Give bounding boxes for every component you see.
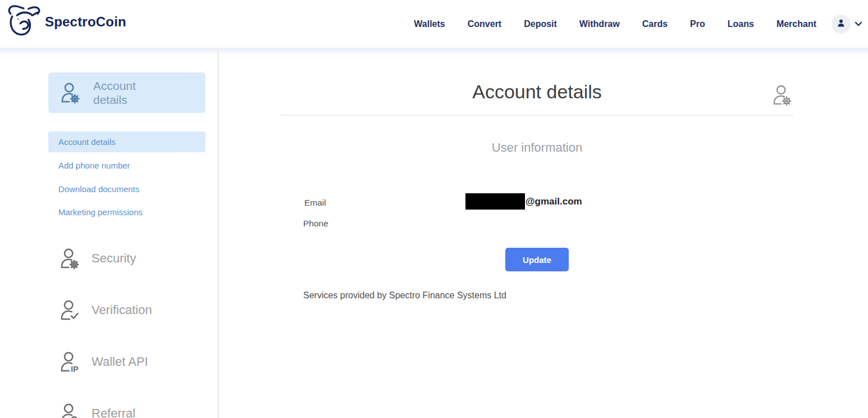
- user-avatar-icon: [836, 18, 846, 30]
- chevron-down-icon[interactable]: [855, 21, 862, 26]
- sidebar-link-label: Add phone number: [58, 161, 130, 170]
- user-gear-icon: [58, 247, 80, 270]
- sidebar-link-label: Account details: [58, 137, 116, 147]
- sidebar-section-referral[interactable]: Referral: [58, 401, 135, 418]
- sidebar-section-verification[interactable]: Verification: [58, 297, 152, 323]
- sidebar-link-add-phone-number[interactable]: Add phone number: [48, 155, 205, 176]
- email-value: @gmail.com: [465, 193, 582, 210]
- update-button[interactable]: Update: [505, 248, 569, 271]
- nav-item-loans[interactable]: Loans: [728, 19, 754, 29]
- section-heading: User information: [281, 140, 793, 155]
- sidebar-section-label: Wallet API: [92, 355, 148, 369]
- brand-logo[interactable]: SpectroCoin: [7, 4, 126, 39]
- title-divider: [281, 114, 793, 116]
- user-gear-icon: [58, 402, 80, 418]
- sidebar-divider: [217, 48, 219, 418]
- sidebar-link-label: Marketing permissions: [58, 207, 143, 217]
- sidebar-section-security[interactable]: Security: [58, 246, 136, 271]
- phone-label: Phone: [303, 219, 328, 229]
- bull-logo-icon: [7, 4, 42, 39]
- email-label: Email: [304, 198, 326, 208]
- email-domain-text: @gmail.com: [526, 196, 582, 207]
- nav-item-pro[interactable]: Pro: [690, 19, 705, 29]
- sidebar-link-account-details[interactable]: Account details: [48, 131, 205, 152]
- email-redacted-box: [465, 193, 525, 210]
- sidebar-link-marketing-permissions[interactable]: Marketing permissions: [48, 202, 205, 222]
- services-footer-note: Services provided by Spectro Finance Sys…: [303, 290, 506, 301]
- user-gear-icon: [770, 82, 793, 110]
- user-check-icon: [58, 299, 80, 321]
- user-gear-icon: [58, 81, 81, 104]
- brand-name: SpectroCoin: [45, 14, 126, 30]
- nav-item-cards[interactable]: Cards: [642, 19, 668, 29]
- header-shadow: [0, 48, 868, 56]
- sidebar-section-label: Account details: [93, 79, 166, 107]
- sidebar-section-label: Security: [92, 251, 136, 266]
- sidebar-section-wallet-api[interactable]: IP Wallet API: [58, 349, 148, 375]
- nav-item-wallets[interactable]: Wallets: [414, 19, 445, 29]
- nav-item-convert[interactable]: Convert: [468, 19, 501, 29]
- nav-item-withdraw[interactable]: Withdraw: [579, 19, 620, 29]
- top-header: SpectroCoin Wallets Convert Deposit With…: [0, 0, 868, 48]
- sidebar-link-label: Download documents: [58, 184, 139, 194]
- main-nav: Wallets Convert Deposit Withdraw Cards P…: [391, 0, 862, 48]
- account-menu-button[interactable]: [832, 15, 851, 34]
- nav-item-merchant[interactable]: Merchant: [776, 19, 816, 29]
- sidebar-link-download-documents[interactable]: Download documents: [48, 179, 205, 199]
- nav-item-deposit[interactable]: Deposit: [524, 19, 557, 29]
- svg-text:IP: IP: [71, 365, 78, 373]
- user-ip-icon: IP: [58, 351, 80, 373]
- sidebar-section-account-details[interactable]: Account details: [48, 72, 205, 113]
- page: SpectroCoin Wallets Convert Deposit With…: [0, 0, 868, 418]
- sidebar-section-label: Verification: [92, 303, 152, 317]
- page-title: Account details: [281, 81, 793, 103]
- sidebar-section-label: Referral: [92, 406, 135, 418]
